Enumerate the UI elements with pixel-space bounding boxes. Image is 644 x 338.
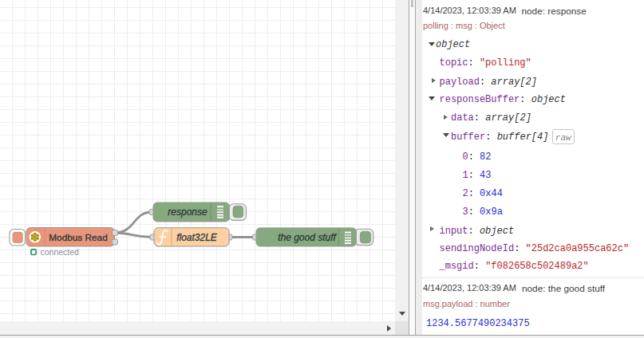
svg-text:connected: connected (41, 247, 80, 257)
svg-text:response: response (168, 206, 207, 218)
svg-text:the good stuff: the good stuff (278, 232, 337, 243)
svg-text:Modbus Read: Modbus Read (49, 232, 107, 243)
svg-text:float32LE: float32LE (176, 232, 218, 243)
